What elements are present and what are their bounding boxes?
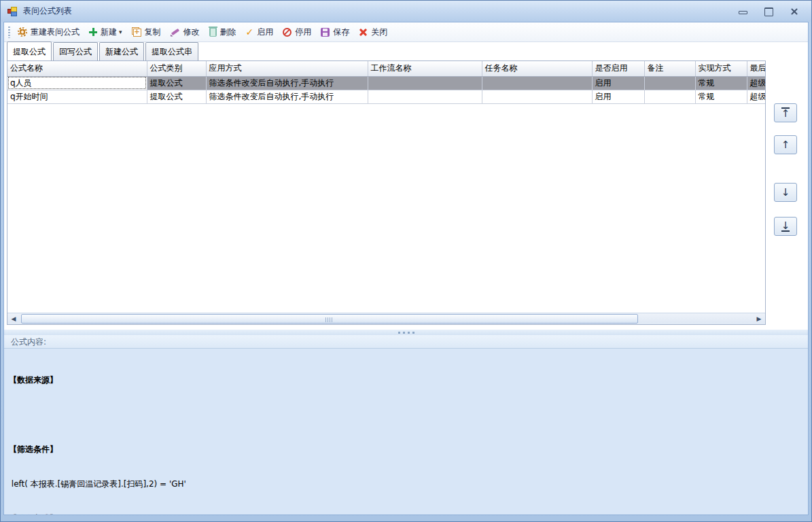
copy-icon — [132, 27, 141, 37]
arrow-to-bottom-icon: ↓ — [781, 221, 790, 232]
delete-button[interactable]: 删除 — [205, 24, 241, 40]
toolbar-grip-icon[interactable] — [8, 27, 10, 38]
formula-table: 公式名称 公式类别 应用方式 工作流名称 任务名称 是否启用 备注 实现方式 最… — [7, 61, 766, 104]
tab-writeback-formula[interactable]: 回写公式 — [53, 42, 98, 60]
new-button[interactable]: 新建 ▾ — [84, 24, 127, 40]
col-header-formula-type[interactable]: 公式类别 — [147, 61, 206, 76]
plus-icon — [89, 28, 97, 36]
copy-label: 复制 — [145, 27, 161, 38]
formula-content-box: 【数据来源】 【筛选条件】 left( 本报表.[锡膏回温记录表].[扫码],2… — [4, 348, 808, 515]
cell-apply-mode[interactable]: 筛选条件改变后自动执行,手动执行 — [206, 76, 368, 90]
cell-task-name[interactable] — [482, 76, 592, 90]
tab-new-formula[interactable]: 新建公式 — [99, 42, 144, 60]
cell-impl-mode[interactable]: 常规 — [695, 90, 747, 103]
cell-remark[interactable] — [644, 90, 695, 103]
cell-workflow-name[interactable] — [368, 90, 482, 103]
arrow-down-icon: ↓ — [781, 188, 790, 197]
formula-filter-expression: left( 本报表.[锡膏回温记录表].[扫码],2) = 'GH' — [9, 478, 803, 490]
tab-strip: 提取公式 回写公式 新建公式 提取公式串 — [7, 43, 200, 60]
app-window: 表间公式列表 重建表间公式 新建 ▾ 复制 — [0, 0, 812, 522]
move-to-top-button[interactable]: ↑ — [774, 103, 797, 122]
col-header-remark[interactable]: 备注 — [644, 61, 695, 76]
cell-impl-mode[interactable]: 常规 — [695, 76, 747, 90]
arrow-up-icon: ↑ — [781, 140, 790, 150]
scrollbar-grip-icon — [325, 317, 334, 322]
copy-button[interactable]: 复制 — [127, 24, 166, 40]
modify-label: 修改 — [183, 27, 200, 38]
tab-extract-formula[interactable]: 提取公式 — [7, 41, 52, 60]
scroll-left-icon[interactable]: ◀ — [8, 313, 19, 324]
panel-splitter[interactable] — [4, 329, 808, 335]
formula-grid: 公式名称 公式类别 应用方式 工作流名称 任务名称 是否启用 备注 实现方式 最… — [7, 60, 766, 325]
rebuild-formula-label: 重建表间公式 — [31, 27, 80, 38]
cell-enabled[interactable]: 启用 — [592, 76, 644, 90]
cell-last[interactable]: 超级 — [747, 90, 765, 103]
cell-formula-type[interactable]: 提取公式 — [147, 76, 206, 90]
scroll-right-icon[interactable]: ▶ — [754, 313, 764, 324]
chevron-down-icon[interactable]: ▾ — [119, 29, 122, 35]
formula-data-source-header: 【数据来源】 — [9, 375, 803, 386]
window-title: 表间公式列表 — [23, 5, 72, 17]
col-header-impl-mode[interactable]: 实现方式 — [695, 61, 747, 76]
maximize-icon[interactable] — [764, 7, 773, 16]
formula-filter-header: 【筛选条件】 — [9, 444, 803, 455]
table-row[interactable]: q人员 提取公式 筛选条件改变后自动执行,手动执行 启用 常规 超级 — [7, 76, 765, 90]
pencil-icon — [171, 28, 180, 37]
move-up-button[interactable]: ↑ — [774, 135, 797, 154]
ban-icon — [283, 28, 292, 37]
tab-extract-formula-chain[interactable]: 提取公式串 — [145, 42, 198, 60]
cell-formula-type[interactable]: 提取公式 — [147, 90, 206, 103]
col-header-enabled[interactable]: 是否启用 — [592, 61, 644, 76]
disable-label: 停用 — [295, 27, 311, 38]
minimize-icon[interactable] — [738, 7, 747, 16]
horizontal-scrollbar[interactable]: ◀ ▶ — [7, 313, 765, 324]
close-icon[interactable] — [790, 7, 799, 16]
cell-formula-name[interactable]: q开始时间 — [7, 90, 147, 103]
close-label: 关闭 — [371, 27, 387, 38]
gear-icon — [18, 27, 27, 37]
check-icon: ✓ — [246, 27, 254, 37]
col-header-workflow-name[interactable]: 工作流名称 — [368, 61, 482, 76]
cell-last[interactable]: 超级 — [747, 76, 765, 90]
formula-content-header: 公式内容: — [4, 335, 808, 348]
enable-label: 启用 — [257, 27, 273, 38]
col-header-formula-name[interactable]: 公式名称 — [7, 61, 147, 76]
toolbar: 重建表间公式 新建 ▾ 复制 修改 删除 ✓ 启用 — [4, 22, 808, 42]
new-label: 新建 — [101, 27, 117, 38]
formula-fill-header: 【填充方式】 — [9, 513, 803, 515]
arrow-to-top-icon: ↑ — [781, 107, 790, 118]
rebuild-formula-button[interactable]: 重建表间公式 — [13, 24, 84, 40]
save-icon — [321, 28, 330, 37]
cell-apply-mode[interactable]: 筛选条件改变后自动执行,手动执行 — [206, 90, 368, 103]
col-header-last[interactable]: 最后 — [747, 61, 765, 76]
formula-blank-line — [9, 409, 803, 421]
save-button[interactable]: 保存 — [316, 24, 354, 40]
delete-label: 删除 — [220, 27, 236, 38]
app-icon — [7, 6, 18, 17]
cell-workflow-name[interactable] — [368, 76, 482, 90]
close-window-button[interactable]: 关闭 — [354, 24, 392, 40]
modify-button[interactable]: 修改 — [166, 24, 205, 40]
cell-remark[interactable] — [644, 76, 695, 90]
col-header-task-name[interactable]: 任务名称 — [482, 61, 592, 76]
move-down-button[interactable]: ↓ — [774, 183, 797, 202]
col-header-apply-mode[interactable]: 应用方式 — [206, 61, 368, 76]
header-row: 公式名称 公式类别 应用方式 工作流名称 任务名称 是否启用 备注 实现方式 最… — [7, 61, 765, 76]
save-label: 保存 — [333, 27, 349, 38]
cell-formula-name[interactable]: q人员 — [7, 76, 147, 90]
window-body: 重建表间公式 新建 ▾ 复制 修改 删除 ✓ 启用 — [3, 22, 809, 515]
scrollbar-thumb[interactable] — [21, 314, 638, 324]
enable-button[interactable]: ✓ 启用 — [241, 24, 279, 40]
trash-icon — [209, 28, 217, 37]
disable-button[interactable]: 停用 — [278, 24, 316, 40]
title-bar: 表间公式列表 — [1, 1, 811, 22]
cell-task-name[interactable] — [482, 90, 592, 103]
formula-content-label: 公式内容: — [11, 337, 46, 347]
table-row[interactable]: q开始时间 提取公式 筛选条件改变后自动执行,手动执行 启用 常规 超级 — [7, 90, 765, 103]
move-to-bottom-button[interactable]: ↓ — [774, 217, 797, 236]
x-close-icon — [359, 28, 368, 37]
cell-enabled[interactable]: 启用 — [592, 90, 644, 103]
